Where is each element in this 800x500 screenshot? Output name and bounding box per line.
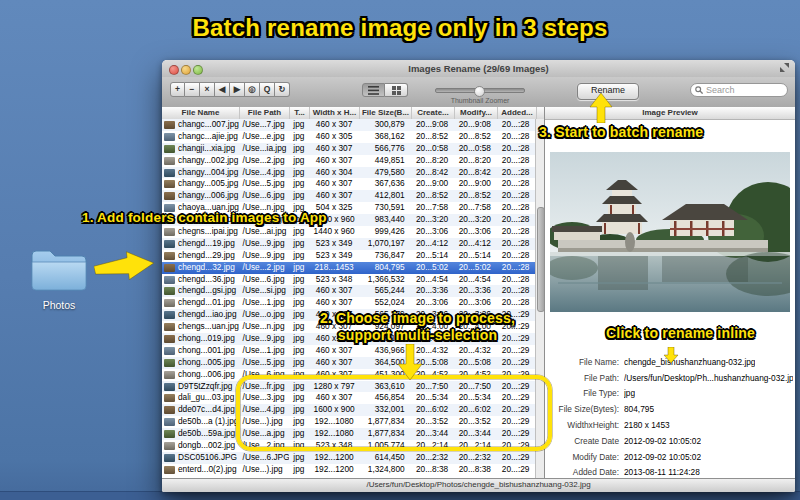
- cell-modify-date: 20...4:12: [453, 238, 496, 250]
- table-row[interactable]: changc...ajie.jpg /Use...e.jpg jpg 460 x…: [162, 131, 535, 143]
- cell-file-name: chengs...uan.jpg: [178, 321, 239, 333]
- table-row[interactable]: chengd...19.jpg /Use...9.jpg jpg 523 x 3…: [162, 238, 535, 250]
- cell-file-size: 1,324,800: [359, 464, 411, 476]
- file-thumbnail: [164, 359, 175, 367]
- refresh-button[interactable]: ↻: [275, 82, 290, 97]
- search-input[interactable]: Search: [690, 83, 788, 97]
- cell-file-size: 736,847: [359, 250, 411, 262]
- table-row[interactable]: chengd...01.jpg /Use...1.jpg jpg 460 x 3…: [162, 297, 535, 309]
- cell-added-date: 20...:28: [496, 190, 535, 202]
- table-row[interactable]: changy...002.jpg /Use...2.jpg jpg 460 x …: [162, 155, 535, 167]
- file-info-row: File Path:/Users/fun/Desktop/Ph...hushan…: [545, 370, 793, 386]
- next-button[interactable]: ▶: [230, 82, 245, 97]
- file-info-row: File Size(Bytes):804,795: [545, 401, 793, 417]
- file-thumbnail: [164, 454, 175, 462]
- file-thumbnail: [164, 418, 175, 426]
- field-value[interactable]: chengde_bishushanzhuang-032.jpg: [624, 357, 755, 367]
- grid-view-button[interactable]: [385, 83, 408, 97]
- photos-folder[interactable]: Photos: [28, 245, 90, 311]
- column-header[interactable]: Create...: [412, 107, 455, 119]
- column-header[interactable]: T...: [290, 107, 310, 119]
- cell-file-type: jpg: [289, 464, 309, 476]
- table-row[interactable]: DSC05106.JPG /Use...6.JPG jpg 192...1200…: [162, 452, 535, 464]
- cell-file-name: changc...ajie.jpg: [178, 131, 238, 143]
- cell-added-date: 20...:28: [496, 226, 535, 238]
- annotation-step1: 1. Add folders contain images to App: [82, 210, 327, 225]
- add-button[interactable]: +: [170, 82, 185, 97]
- multi-selection-highlight: [236, 375, 552, 451]
- preview-panel: Image Preview: [544, 107, 795, 479]
- cell-file-size: 552,024: [359, 297, 411, 309]
- table-row[interactable]: chong...001.jpg /Use...1.jpg jpg 460 x 3…: [162, 345, 535, 357]
- annotation-step3: 3. Start to batch rename: [539, 124, 703, 140]
- table-row[interactable]: chengd...29.jpg /Use...9.jpg jpg 523 x 3…: [162, 250, 535, 262]
- table-row[interactable]: chegns...ipai.jpg /Use...ai.jpg jpg 1440…: [162, 226, 535, 238]
- table-row[interactable]: chengd...gsi.jpg /Use...si.jpg jpg 460 x…: [162, 285, 535, 297]
- field-label: File Path:: [545, 373, 619, 383]
- zoom-window-button[interactable]: [193, 65, 203, 75]
- quick-look-button[interactable]: ◎: [245, 82, 260, 97]
- table-row[interactable]: enterd...0(2).jpg /Use...).jpg jpg 192..…: [162, 464, 535, 476]
- cell-file-name: DSC05106.JPG: [178, 452, 237, 464]
- search-button[interactable]: Q: [260, 82, 275, 97]
- file-thumbnail: [164, 347, 175, 355]
- cell-dimensions: 523 x 349: [309, 238, 359, 250]
- cell-modify-date: 20...2:32: [453, 452, 496, 464]
- cell-dimensions: 460 x 304: [309, 167, 359, 179]
- cell-modify-date: 20...8:52: [453, 131, 496, 143]
- cell-file-size: 565,244: [359, 285, 411, 297]
- list-view-button[interactable]: [362, 83, 385, 97]
- cell-file-name: de50b...59a.jpg: [178, 428, 235, 440]
- table-row[interactable]: changy...004.jpg /Use...4.jpg jpg 460 x …: [162, 167, 535, 179]
- table-row[interactable]: changji...xia.jpg /Use...ia.jpg jpg 460 …: [162, 143, 535, 155]
- field-value: /Users/fun/Desktop/Ph...hushanzhuang-032…: [624, 373, 793, 383]
- field-label: File Size(Bytes):: [545, 404, 619, 414]
- file-thumbnail: [164, 240, 175, 248]
- minimize-window-button[interactable]: [181, 65, 191, 75]
- column-header[interactable]: File Name: [162, 107, 240, 119]
- fullscreen-icon[interactable]: [780, 63, 790, 73]
- column-header[interactable]: Added...: [498, 107, 537, 119]
- cell-file-size: 1,366,532: [359, 274, 411, 286]
- column-header[interactable]: File Path: [240, 107, 290, 119]
- close-window-button[interactable]: [169, 65, 179, 75]
- remove-button[interactable]: −: [185, 82, 200, 97]
- cell-create-date: 20...8:52: [411, 190, 454, 202]
- table-row[interactable]: chengd...32.jpg /Use...2.jpg jpg 218...1…: [162, 262, 535, 274]
- zoomer-slider-track[interactable]: [435, 88, 525, 93]
- toolbar: +−×◀▶◎Q↻ Thumbnail Zoom: [162, 77, 795, 108]
- table-row[interactable]: changy...005.jpg /Use...5.jpg jpg 460 x …: [162, 178, 535, 190]
- cell-file-path: /Use...9.jpg: [240, 333, 290, 345]
- table-row[interactable]: chong...005.jpg /Use...5.jpg jpg 460 x 3…: [162, 357, 535, 369]
- cell-dimensions: 460 x 307: [309, 345, 359, 357]
- field-label: File Name:: [545, 357, 619, 367]
- cell-create-date: 20...5:02: [411, 262, 454, 274]
- cell-modify-date: 20...5:08: [453, 357, 496, 369]
- cell-dimensions: 523 x 349: [309, 250, 359, 262]
- previous-button[interactable]: ◀: [215, 82, 230, 97]
- cell-file-size: 614,450: [359, 452, 411, 464]
- column-header[interactable]: File Size(B...: [360, 107, 412, 119]
- file-info-row: Create Date2012-09-02 10:05:02: [545, 433, 793, 449]
- file-thumbnail: [164, 299, 175, 307]
- cell-file-name: chong...019.jpg: [178, 333, 235, 345]
- title-bar[interactable]: Images Rename (29/69 Images): [162, 60, 795, 78]
- zoomer-slider-knob[interactable]: [474, 86, 485, 97]
- preview-photo: [550, 152, 790, 312]
- column-header[interactable]: Modify...: [455, 107, 498, 119]
- file-thumbnail: [164, 121, 175, 129]
- table-row[interactable]: changc...007.jpg /Use...7.jpg jpg 460 x …: [162, 119, 535, 131]
- delete-button[interactable]: ×: [200, 82, 215, 97]
- column-header[interactable]: Width x H...: [310, 107, 360, 119]
- cell-file-type: jpg: [289, 345, 309, 357]
- file-info-row: Modify Date:2012-09-02 10:05:02: [545, 449, 793, 465]
- cell-dimensions: 523 x 348: [309, 274, 359, 286]
- field-value: 2013-08-11 11:24:28: [624, 467, 700, 477]
- cell-file-size: 367,636: [359, 178, 411, 190]
- zoomer-label: Thumbnail Zoomer: [435, 97, 525, 104]
- table-row[interactable]: changy...006.jpg /Use...6.jpg jpg 460 x …: [162, 190, 535, 202]
- file-thumbnail: [164, 335, 175, 343]
- cell-file-type: jpg: [289, 357, 309, 369]
- cell-added-date: 20...:28: [496, 285, 535, 297]
- table-row[interactable]: chengd...36.jpg /Use...6.jpg jpg 523 x 3…: [162, 274, 535, 286]
